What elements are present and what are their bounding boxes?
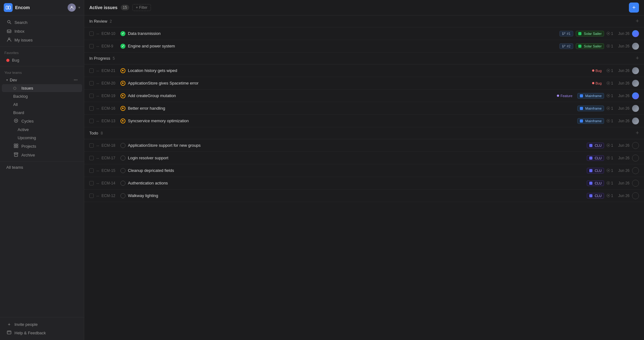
issue-menu-dots[interactable]: ··· [96,156,99,161]
table-row[interactable]: ··· ECM-15 Cleanup depricated fields CLU… [84,164,644,177]
workspace-avatar[interactable] [68,3,76,12]
issue-menu-dots[interactable]: ··· [96,193,99,198]
issue-checkbox[interactable] [89,69,94,73]
sidebar-item-my-issues[interactable]: My issues [2,36,82,44]
avatar [632,67,639,74]
sidebar-item-cycles[interactable]: Cycles [2,117,82,125]
issue-checkbox[interactable] [89,81,94,85]
issue-menu-dots[interactable]: ··· [96,93,99,98]
your-teams-label: Your teams [0,68,84,76]
sidebar-item-upcoming[interactable]: Upcoming [2,134,82,142]
project-tag: Solar Sailer [576,43,604,49]
group-add-button[interactable]: + [636,130,639,136]
table-row[interactable]: ··· ECM-18 ApplicationStore support for … [84,139,644,152]
workspace-chevron[interactable]: ▾ [78,5,80,10]
project-tag: CLU [587,143,604,148]
issue-date: Jun 26 [616,106,630,111]
issue-checkbox[interactable] [89,44,94,48]
svg-rect-1 [8,6,10,9]
issue-checkbox[interactable] [89,106,94,111]
sidebar-header: Encom ▾ [0,0,84,15]
my-issues-icon [6,37,12,43]
issues-icon [13,87,19,90]
svg-marker-44 [608,170,609,171]
issue-date: Jun 26 [616,94,630,98]
sidebar-item-all-teams[interactable]: All teams [2,163,82,171]
play-count: 1 [607,81,613,85]
table-row[interactable]: ··· ECM-16 Better error handling Mainfra… [84,102,644,115]
search-icon [6,20,12,25]
group-add-button[interactable]: + [636,18,639,25]
issue-checkbox[interactable] [89,94,94,98]
issue-date: Jun 26 [616,181,630,185]
add-issue-button[interactable]: + [629,3,639,13]
issue-checkbox[interactable] [89,143,94,148]
avatar [632,180,639,187]
issue-menu-dots[interactable]: ··· [96,81,99,86]
issue-checkbox[interactable] [89,156,94,160]
sidebar-item-archive[interactable]: Archive [2,151,82,159]
issue-menu-dots[interactable]: ··· [96,68,99,73]
table-row[interactable]: ··· ECM-14 Authentication actions CLU 1 … [84,177,644,189]
sidebar-item-active[interactable]: Active [2,126,82,134]
issue-menu-dots[interactable]: ··· [96,118,99,123]
issue-menu-dots[interactable]: ··· [96,143,99,148]
group-count: 2 [110,19,112,24]
sidebar-item-help[interactable]: Help & Feedback [2,329,82,337]
group-header-1: In Progress 5 + [84,52,644,64]
issue-menu-dots[interactable]: ··· [96,106,99,111]
team-options-icon[interactable]: ••• [74,78,78,82]
avatar [632,155,639,162]
status-inprogress-icon [120,68,125,73]
group-add-button[interactable]: + [636,55,639,62]
issue-menu-dots[interactable]: ··· [96,44,99,49]
table-row[interactable]: ··· ECM-21 Location history gets wiped B… [84,64,644,77]
table-row[interactable]: ··· ECM-13 Syncservice memory optimizati… [84,115,644,127]
issue-id: ECM-12 [102,194,118,198]
issue-id: ECM-9 [102,44,118,48]
issue-date: Jun 26 [616,194,630,198]
table-row[interactable]: ··· ECM-20 ApplicationStore gives Spacet… [84,77,644,90]
sidebar-item-projects[interactable]: Projects [2,142,82,151]
filter-button[interactable]: + Filter [132,4,151,11]
sidebar-item-all[interactable]: All [2,101,82,108]
avatar [632,192,639,199]
sidebar-item-search[interactable]: Search [2,18,82,27]
svg-marker-34 [608,95,609,96]
svg-rect-10 [16,144,18,145]
sidebar-item-backlog[interactable]: Backlog [2,92,82,100]
sidebar-item-inbox[interactable]: Inbox [2,27,82,36]
issue-checkbox[interactable] [89,168,94,173]
sidebar-item-bug[interactable]: Bug [2,56,82,64]
avatar [632,118,639,124]
table-row[interactable]: ··· ECM-17 Login resolver support CLU 1 … [84,152,644,164]
pr-tag: #1 [559,31,573,36]
issue-menu-dots[interactable]: ··· [96,168,99,173]
issue-id: ECM-18 [102,143,118,148]
issue-checkbox[interactable] [89,31,94,36]
app-icon [4,3,13,12]
issue-checkbox[interactable] [89,194,94,198]
issue-checkbox[interactable] [89,181,94,185]
play-count: 1 [607,44,613,48]
table-row[interactable]: ··· ECM-12 Walkway lighting CLU 1 Jun 26 [84,189,644,202]
avatar [632,142,639,149]
svg-rect-11 [14,146,16,148]
play-count: 1 [607,156,613,160]
table-row[interactable]: ··· ECM-9 ✓ Engine and power system #2 S… [84,40,644,52]
play-count: 1 [607,119,613,123]
sidebar-item-issues[interactable]: Issues [2,84,82,92]
issue-title: Add createGroup mutation [128,93,552,98]
table-row[interactable]: ··· ECM-10 ✓ Data transmission #1 Solar … [84,27,644,40]
meta-tags: Mainframe 1 Jun 26 [577,105,639,112]
svg-marker-30 [608,70,609,71]
issue-checkbox[interactable] [89,119,94,123]
issue-menu-dots[interactable]: ··· [96,181,99,186]
sidebar-item-invite[interactable]: + Invite people [2,320,82,328]
sidebar-item-board[interactable]: Board [2,109,82,117]
issue-id: ECM-17 [102,156,118,160]
team-dev-header[interactable]: ▾ Dev ••• [2,76,82,84]
issue-menu-dots[interactable]: ··· [96,31,99,36]
table-row[interactable]: ··· ECM-19 Add createGroup mutation Feat… [84,90,644,102]
svg-point-19 [563,32,564,33]
